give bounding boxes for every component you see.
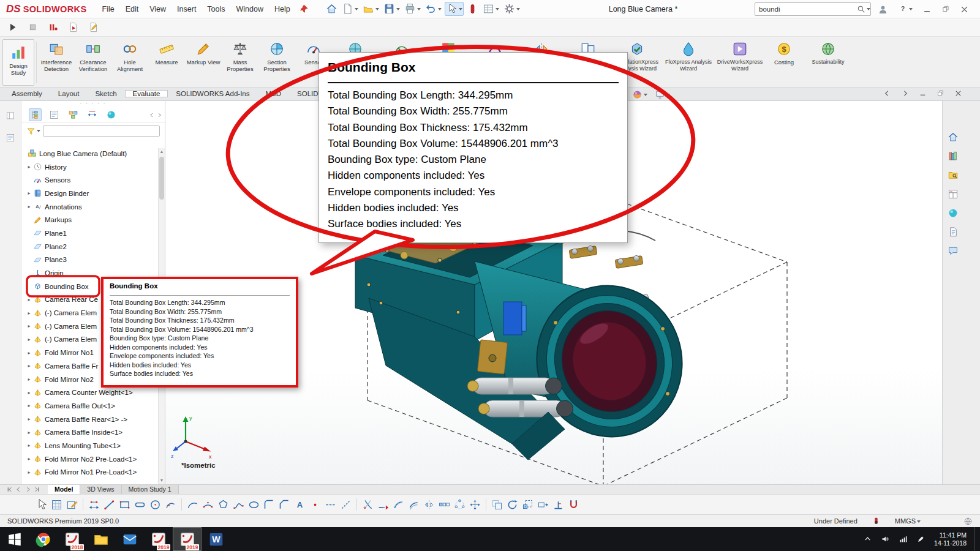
stop-button[interactable]: [26, 21, 39, 34]
panel-nav-arrows[interactable]: [149, 112, 165, 118]
expand-arrow-icon[interactable]: ▸: [25, 456, 33, 462]
expand-arrow-icon[interactable]: ▸: [25, 416, 33, 422]
expand-arrow-icon[interactable]: ▸: [25, 310, 33, 316]
search-box[interactable]: [755, 2, 871, 16]
expand-arrow-icon[interactable]: ▸: [25, 377, 33, 382]
tab-layout[interactable]: Layout: [50, 90, 88, 97]
undo-button[interactable]: [424, 2, 443, 16]
nav-first-button[interactable]: [5, 486, 14, 493]
pattern-linear-button[interactable]: [437, 497, 452, 512]
panel-tab-configurations[interactable]: [67, 108, 80, 121]
network-button[interactable]: [897, 533, 909, 545]
save-button[interactable]: [382, 2, 401, 16]
expand-arrow-icon[interactable]: ▸: [25, 470, 33, 475]
expand-arrow-icon[interactable]: ▸: [25, 390, 33, 395]
tree-item-camera-baffle-rear-1[interactable]: ▸Camera Baffle Rear<1> ->: [21, 413, 165, 426]
select-cursor-button[interactable]: [445, 2, 464, 16]
search-input[interactable]: [755, 6, 857, 13]
material-pill-button[interactable]: [466, 2, 480, 16]
expand-arrow-icon[interactable]: ▸: [25, 350, 33, 356]
menu-edit[interactable]: Edit: [120, 5, 145, 13]
pattern-circular-button[interactable]: [452, 497, 467, 512]
doc-restore-button[interactable]: [935, 88, 946, 99]
menu-file[interactable]: File: [97, 5, 120, 13]
panel-tab-property-manager[interactable]: [48, 108, 61, 121]
tree-item-camera-baffle-out-1[interactable]: ▸Camera Baffle Out<1>: [21, 399, 165, 413]
print-button[interactable]: [403, 2, 422, 16]
ribbon-markup-view-button[interactable]: Markup View: [185, 38, 222, 87]
ribbon-measure-button[interactable]: Measure: [148, 38, 185, 87]
tree-item-design-binder[interactable]: ▸Design Binder: [21, 187, 165, 200]
macro-edit-button[interactable]: [87, 21, 100, 34]
centerline-button[interactable]: [323, 497, 338, 512]
arc-tangent-button[interactable]: [185, 497, 200, 512]
line-button[interactable]: [102, 497, 117, 512]
model-tab-motion-study-1[interactable]: Motion Study 1: [122, 485, 179, 494]
units-selector[interactable]: MMGS: [895, 517, 921, 525]
sketch-button[interactable]: [64, 497, 80, 512]
sheet-button[interactable]: [481, 2, 500, 16]
chamfer-sketch-button[interactable]: [277, 497, 292, 512]
tree-item-sensors[interactable]: Sensors: [21, 173, 165, 187]
doc-minimize-button[interactable]: [918, 88, 928, 99]
menu-insert[interactable]: Insert: [172, 5, 202, 13]
taskbar-sw-app-2019-button[interactable]: 2019: [173, 527, 202, 551]
nav-last-button[interactable]: [32, 486, 42, 493]
ribbon-costing-button[interactable]: $Costing: [766, 38, 802, 87]
tree-filter-input[interactable]: [43, 126, 160, 137]
filter-funnel-button[interactable]: [26, 127, 40, 136]
menu-tools[interactable]: Tools: [202, 5, 230, 13]
rotate-sketch-button[interactable]: [505, 497, 520, 512]
user-button[interactable]: [876, 3, 889, 16]
expand-arrow-icon[interactable]: ▸: [25, 323, 33, 329]
tree-item-history[interactable]: ▸History: [21, 160, 165, 174]
model-tab-model[interactable]: Model: [48, 485, 80, 494]
menu-help[interactable]: Help: [269, 5, 296, 13]
polygon-button[interactable]: [216, 497, 231, 512]
tree-item-fold-mirror-no2-pre-load-1[interactable]: ▸Fold Mirror No2 Pre-Load<1>: [21, 452, 165, 466]
expand-arrow-icon[interactable]: ▸: [25, 164, 33, 170]
convert-button[interactable]: [391, 497, 406, 512]
tree-item-plane2[interactable]: Plane2: [21, 240, 165, 253]
copy-sketch-button[interactable]: [489, 497, 505, 512]
taskpane-custom-properties-button[interactable]: [946, 225, 960, 239]
taskbar-clock[interactable]: 11:41 PM 14-11-2018: [934, 531, 967, 547]
tree-item-long-blue-camera-default[interactable]: Long Blue Camera (Default): [21, 147, 165, 160]
nav-prev-button[interactable]: [14, 486, 23, 493]
display-style-button[interactable]: [654, 88, 671, 101]
taskpane-view-palette-button[interactable]: [946, 187, 960, 201]
scale-sketch-button[interactable]: [520, 497, 535, 512]
ribbon-section-properties-button[interactable]: Section Properties: [258, 38, 295, 87]
expand-arrow-icon[interactable]: ▸: [25, 443, 33, 448]
taskbar-chrome-button[interactable]: [29, 527, 58, 551]
taskpane-forum-button[interactable]: [946, 244, 960, 258]
taskbar-sw-app-2018-button[interactable]: 2018: [58, 527, 86, 551]
tree-item-plane3[interactable]: Plane3: [21, 253, 165, 267]
scroll-up-icon[interactable]: ▲: [159, 148, 165, 156]
maximize-restore-button[interactable]: [940, 4, 951, 15]
trim-button[interactable]: [360, 497, 375, 512]
relations-button[interactable]: [551, 497, 566, 512]
panel-tab-appearances[interactable]: [105, 108, 118, 121]
rectangle-button[interactable]: [117, 497, 132, 512]
taskbar-mail-button[interactable]: [115, 527, 144, 551]
scroll-thumb[interactable]: [159, 157, 164, 200]
new-doc-button[interactable]: [341, 2, 360, 16]
appearance-button[interactable]: [631, 88, 649, 101]
offset-button[interactable]: [406, 497, 421, 512]
ellipse-button[interactable]: [246, 497, 262, 512]
smart-dimension-button[interactable]: [86, 497, 102, 512]
construction-button[interactable]: [338, 497, 353, 512]
home-button[interactable]: [325, 2, 339, 16]
tree-item-lens-mounting-tube-1[interactable]: ▸Lens Mounting Tube<1>: [21, 439, 165, 452]
taskpane-appearances-scenes-button[interactable]: [946, 206, 960, 220]
close-button[interactable]: [959, 4, 970, 15]
grid-system-button[interactable]: [49, 497, 64, 512]
tree-item-markups[interactable]: Markups: [21, 213, 165, 227]
ribbon-driveworksxpress-wizard-button[interactable]: DriveWorksXpress Wizard: [714, 38, 766, 87]
tab-mbd[interactable]: MBD: [257, 90, 289, 97]
panel-secondary-button[interactable]: [4, 132, 17, 144]
ribbon-interference-detection-button[interactable]: Interference Detection: [38, 38, 75, 87]
mirror-sketch-button[interactable]: [421, 497, 437, 512]
menu-view[interactable]: View: [144, 5, 172, 13]
